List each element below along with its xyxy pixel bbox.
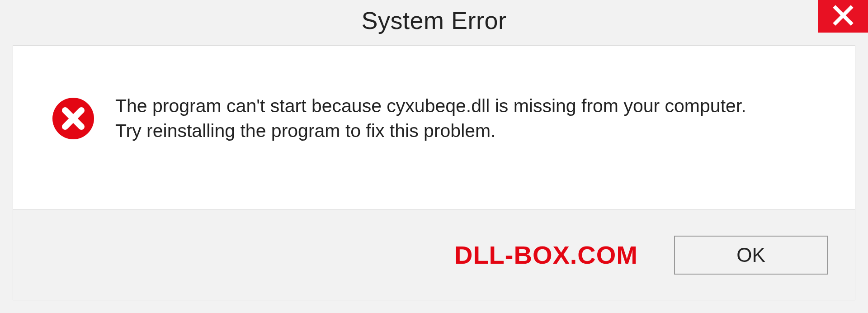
message-line-2: Try reinstalling the program to fix this…: [115, 119, 828, 143]
message-text: The program can't start because cyxubeqe…: [115, 94, 828, 144]
dialog-footer: DLL-BOX.COM OK: [13, 210, 855, 300]
close-icon: [833, 5, 854, 28]
ok-button[interactable]: OK: [674, 236, 828, 275]
close-button[interactable]: [818, 0, 868, 33]
message-line-1: The program can't start because cyxubeqe…: [115, 94, 828, 119]
dialog-title: System Error: [361, 6, 506, 34]
brand-watermark: DLL-BOX.COM: [454, 240, 638, 270]
titlebar: System Error: [0, 0, 868, 41]
message-panel: The program can't start because cyxubeqe…: [13, 45, 855, 210]
error-icon: [52, 97, 95, 140]
